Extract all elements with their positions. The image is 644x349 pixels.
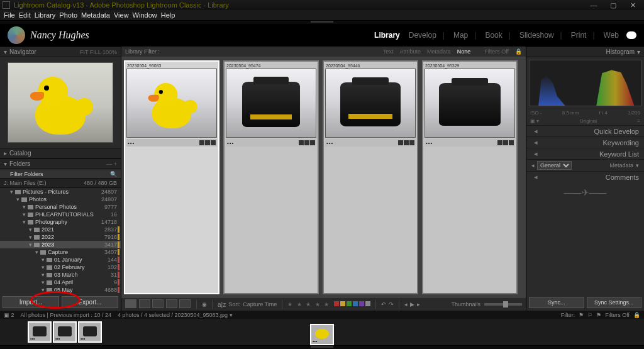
comments-header[interactable]: Comments (526, 171, 644, 182)
folder-row[interactable]: ▾Capture3407 (0, 248, 121, 256)
filter-tab-none[interactable]: None (457, 48, 471, 55)
rating-dots[interactable]: ••• (326, 140, 333, 146)
grid-cell[interactable]: 20230504_95446••• (323, 60, 418, 294)
folder-row[interactable]: ▾02 February102 (0, 263, 121, 271)
second-window-icon[interactable]: ▣ 2 (4, 312, 14, 318)
color-label-swatch[interactable] (340, 301, 345, 306)
maximize-button[interactable]: ▢ (604, 1, 622, 9)
folder-row[interactable]: ▾20212837 (0, 226, 121, 233)
status-source[interactable]: All photos | Previous import : 10 / 24 (21, 312, 111, 318)
rating-dots[interactable]: ••• (227, 140, 234, 146)
thumbnail-size-slider[interactable] (484, 303, 522, 306)
export-button[interactable]: Export... (62, 296, 118, 308)
painter-tool-icon[interactable]: ◉ (202, 301, 207, 307)
metadata-header[interactable]: ◂ General Metadata ▾ (526, 159, 644, 171)
bottom-panel-collapse[interactable] (0, 346, 644, 349)
volume-header[interactable]: J: Main Files (E:) 480 / 480 GB (0, 178, 121, 188)
color-label-swatch[interactable] (353, 301, 358, 306)
filter-tab-metadata[interactable]: Metadata (427, 48, 451, 55)
keyword-list-header[interactable]: Keyword List (526, 148, 644, 159)
rating-dots[interactable]: ••• (426, 140, 433, 146)
folders-header[interactable]: Folders — + (0, 158, 121, 169)
folders-add-icon[interactable]: — + (106, 161, 117, 167)
compare-view-button[interactable] (152, 299, 164, 308)
menu-edit[interactable]: Edit (19, 11, 31, 19)
color-label-swatch[interactable] (365, 301, 370, 306)
folder-row[interactable]: ▾PHLEARNTUTORIALS16 (0, 211, 121, 218)
folder-row[interactable]: ▾20227916 (0, 233, 121, 241)
menu-view[interactable]: View (114, 11, 129, 19)
folder-row[interactable]: ▾Personal Photos9777 (0, 203, 121, 211)
module-print[interactable]: Print (570, 31, 596, 40)
status-filter-preset[interactable]: Filters Off (605, 312, 630, 318)
slideshow-prev-icon[interactable]: ◂ (404, 301, 408, 307)
folder-row[interactable]: ▾04 April9 (0, 279, 121, 286)
grid-cell-thumb[interactable] (126, 69, 217, 138)
quick-develop-header[interactable]: Quick Develop (526, 125, 644, 136)
filmstrip-thumb[interactable]: ••• (310, 324, 334, 345)
color-label-swatch[interactable] (347, 301, 352, 306)
module-develop[interactable]: Develop (408, 31, 446, 40)
loupe-view-button[interactable] (139, 299, 150, 308)
folder-row[interactable]: ▾Pictures - Pictures24807 (0, 188, 121, 196)
status-flag-unflagged-icon[interactable]: ⚐ (587, 312, 592, 318)
status-filter-lock-icon[interactable]: 🔒 (633, 312, 640, 318)
menu-library[interactable]: Library (35, 11, 56, 19)
filter-lock-icon[interactable]: 🔒 (515, 48, 522, 55)
menu-photo[interactable]: Photo (59, 11, 77, 19)
folder-row[interactable]: ▾05 May4688 (0, 286, 121, 294)
module-slideshow[interactable]: Slideshow (518, 31, 564, 40)
grid-cell-thumb[interactable] (425, 69, 515, 138)
status-flag-picked-icon[interactable]: ⚑ (579, 312, 584, 318)
folder-row[interactable]: ▾20233417 (0, 241, 121, 248)
folder-row[interactable]: ▾Photography14718 (0, 218, 121, 226)
grid-cell[interactable]: 20230504_95083••• (124, 60, 219, 294)
cloud-sync-icon[interactable] (626, 31, 636, 39)
folder-filter-input[interactable]: Filter Folders 🔍 (0, 170, 121, 178)
rating-dots[interactable]: ••• (128, 140, 135, 146)
histogram[interactable] (529, 60, 641, 106)
rating-stars[interactable]: ★ ★ ★ ★ ★ (287, 301, 330, 307)
filter-tab-attribute[interactable]: Attribute (400, 48, 421, 55)
metadata-mode-dropdown[interactable]: General (537, 161, 572, 170)
people-view-button[interactable] (179, 299, 191, 308)
grid-cell[interactable]: 20230504_95474••• (223, 60, 319, 294)
sort-direction-icon[interactable]: a|z (218, 301, 226, 308)
filmstrip-thumb[interactable]: ••• (53, 321, 77, 343)
rotate-cw-icon[interactable]: ↷ (389, 301, 394, 307)
crop-icon[interactable]: ▣ ▾ (530, 118, 539, 124)
grid-view[interactable]: 20230504_95083•••20230504_95474•••202305… (121, 57, 526, 298)
module-book[interactable]: Book (484, 31, 511, 40)
filmstrip-thumb[interactable]: ••• (78, 321, 102, 343)
menu-help[interactable]: Help (161, 11, 175, 19)
folder-row[interactable]: ▾Photos24807 (0, 196, 121, 203)
close-button[interactable]: ✕ (624, 1, 641, 9)
crop-menu-icon[interactable]: ≡ (637, 118, 640, 124)
cell-badges[interactable] (299, 140, 315, 145)
status-flag-rejected-icon[interactable]: ⚑ (596, 312, 601, 318)
color-label-swatch[interactable] (334, 301, 339, 306)
module-map[interactable]: Map (452, 31, 477, 40)
grid-cell-thumb[interactable] (226, 69, 316, 138)
grid-view-button[interactable] (125, 299, 136, 308)
module-library[interactable]: Library (373, 31, 401, 40)
folder-row[interactable]: ▾03 March31 (0, 271, 121, 279)
folder-row[interactable]: ▾01 January144 (0, 256, 121, 263)
color-label-swatch[interactable] (359, 301, 364, 306)
cell-badges[interactable] (398, 140, 414, 145)
filter-tab-text[interactable]: Text (383, 48, 394, 55)
filmstrip-thumb[interactable]: ••• (28, 321, 52, 343)
histogram-header[interactable]: Histogram ▾ (526, 47, 644, 57)
catalog-header[interactable]: Catalog (0, 148, 121, 158)
grid-cell[interactable]: 20230504_95329••• (422, 60, 518, 294)
filmstrip[interactable]: ••• ••• ••• ••• (0, 319, 644, 345)
sync-button[interactable]: Sync... (529, 297, 584, 308)
navigator-header[interactable]: Navigator FIT FILL 100% (0, 47, 121, 57)
module-web[interactable]: Web (602, 31, 620, 40)
cell-badges[interactable] (497, 140, 514, 145)
sort-dropdown[interactable]: Capture Time (243, 301, 277, 307)
color-labels[interactable] (333, 301, 370, 307)
menu-file[interactable]: File (4, 11, 15, 19)
rotate-ccw-icon[interactable]: ↶ (381, 301, 386, 307)
menu-window[interactable]: Window (133, 11, 157, 19)
